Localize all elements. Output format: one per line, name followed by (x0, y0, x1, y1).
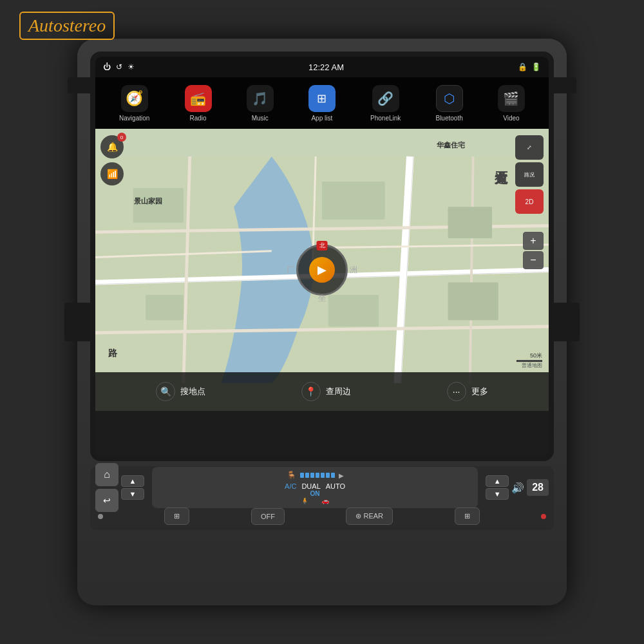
nav-down-btn[interactable]: ▼ (121, 488, 144, 500)
nav-up-btn[interactable]: ▲ (121, 475, 144, 487)
zoom-controls: + − (523, 232, 544, 269)
nearby-btn[interactable]: 📍 查周边 (301, 382, 351, 401)
bar-seg-1 (300, 473, 304, 478)
bar-seg-4 (316, 473, 319, 478)
status-time: 12:22 AM (135, 62, 518, 72)
app-bar: 🧭 Navigation 📻 Radio 🎵 M (95, 77, 549, 129)
auto-label: AUTO (326, 482, 345, 490)
dot-right (541, 514, 546, 519)
scale-text: 50米 (530, 352, 542, 360)
home-btn[interactable]: ⌂ (95, 463, 118, 486)
bar-seg-2 (305, 473, 309, 478)
map-left-controls: 🔔 0 📶 (100, 135, 124, 185)
2d-label: 2D (526, 198, 534, 205)
nearby-label: 查周边 (326, 386, 351, 397)
fullscreen-btn[interactable]: ⤢ (515, 135, 544, 160)
svg-rect-13 (328, 295, 379, 327)
rear-btn[interactable]: ⊛ REAR (346, 507, 393, 525)
nav-label: Navigation (119, 115, 149, 122)
ac-arrow: ▶ (339, 472, 344, 479)
off-btn[interactable]: OFF (251, 508, 285, 525)
zoom-in-btn[interactable]: + (523, 232, 544, 250)
phonelink-label: PhoneLink (370, 115, 401, 122)
svg-rect-16 (448, 283, 498, 321)
app-music[interactable]: 🎵 Music (247, 85, 274, 122)
app-applist[interactable]: ⊞ App list (308, 85, 336, 122)
person-icon: 🧍 (301, 497, 308, 504)
svg-rect-15 (448, 207, 492, 238)
bracket-top-right (544, 77, 576, 93)
more-btn[interactable]: ··· 更多 (447, 382, 488, 401)
brightness-icon: ☀ (128, 62, 135, 71)
2d-btn[interactable]: 2D (515, 189, 544, 214)
volume-icon: 🔊 (511, 482, 524, 494)
dot-left (98, 514, 103, 519)
compass-north: 北 (317, 241, 328, 251)
more-icon: ··· (447, 382, 466, 401)
traffic-btn[interactable]: 路况 (515, 162, 544, 187)
volume-display: 🔊 28 (511, 479, 549, 496)
compass-right: 洲 (350, 265, 357, 276)
compass-left: 厂 (287, 265, 294, 276)
lock-icon: 🔒 (518, 62, 527, 71)
tune-down-btn[interactable]: ▼ (486, 488, 509, 500)
brand-watermark: Autostereo (19, 12, 115, 40)
app-navigation[interactable]: 🧭 Navigation (119, 85, 149, 122)
more-label: 更多 (471, 386, 488, 397)
seat-heat-icon: 🪑 (287, 471, 296, 480)
app-radio[interactable]: 📻 Radio (185, 85, 212, 122)
svg-rect-12 (322, 182, 385, 220)
battery-icon: 🔋 (531, 62, 541, 71)
map-label-road: 路 (108, 348, 117, 359)
map-label-huaxin: 华鑫住宅 (437, 140, 465, 150)
radio-label: Radio (189, 115, 206, 122)
svg-rect-14 (146, 295, 184, 320)
search-place-label: 搜地点 (180, 386, 205, 397)
compass-ring: 北 厂 洲 坐 ▶ (296, 244, 348, 296)
ac-top: 🪑 ▶ (287, 471, 344, 480)
bluetooth-label: Bluetooth (435, 115, 462, 122)
undo-icon: ↺ (116, 62, 122, 71)
bar-seg-3 (310, 473, 314, 478)
back-btn[interactable]: ↩ (95, 489, 118, 512)
controls-row1: ⌂ ↩ ▲ ▼ 🪑 (95, 471, 549, 504)
video-label: Video (503, 115, 519, 122)
bar-seg-7 (331, 473, 335, 478)
power-icon: ⏻ (103, 62, 111, 71)
bar-seg-5 (321, 473, 325, 478)
car-unit: ⏻ ↺ ☀ 12:22 AM 🔒 🔋 🧭 (77, 39, 567, 605)
app-video[interactable]: 🎬 Video (498, 85, 525, 122)
status-left-icons: ⏻ ↺ ☀ (103, 62, 135, 71)
bottom-row: ⊞ OFF ⊛ REAR ⊞ (95, 507, 549, 525)
nav-compass[interactable]: 北 厂 洲 坐 ▶ (296, 244, 348, 296)
traffic-label: 路况 (524, 171, 535, 178)
applist-label: App list (311, 115, 332, 122)
app-phonelink[interactable]: 🔗 PhoneLink (370, 85, 401, 122)
on-label: ON (310, 490, 320, 497)
compass-play-btn[interactable]: ▶ (309, 257, 335, 283)
sound-btn[interactable]: 🔔 0 (100, 135, 124, 158)
grid-btn-right[interactable]: ⊞ (455, 507, 480, 525)
screen-frame: ⏻ ↺ ☀ 12:22 AM 🔒 🔋 🧭 (90, 52, 554, 461)
wifi-btn[interactable]: 📶 (100, 162, 124, 185)
ac-label: A/C (285, 482, 296, 490)
ac-controls: 🪑 ▶ A/C DU (152, 467, 478, 508)
search-place-btn[interactable]: 🔍 搜地点 (156, 382, 205, 401)
ac-bottom: 🧍 🚗 (301, 497, 329, 504)
ac-fan-bar (300, 473, 335, 478)
status-bar: ⏻ ↺ ☀ 12:22 AM 🔒 🔋 (95, 57, 549, 77)
screen: ⏻ ↺ ☀ 12:22 AM 🔒 🔋 🧭 (95, 57, 549, 456)
zoom-out-btn[interactable]: − (523, 251, 544, 269)
map-area[interactable]: 🔔 0 📶 ⤢ 路况 2D (95, 129, 549, 411)
app-bluetooth[interactable]: ⬡ Bluetooth (435, 85, 462, 122)
grid-btn-left[interactable]: ⊞ (164, 507, 189, 525)
tune-up-btn[interactable]: ▲ (486, 475, 509, 487)
controls-panel: ⌂ ↩ ▲ ▼ 🪑 (90, 466, 554, 530)
map-right-controls: ⤢ 路况 2D (515, 135, 544, 214)
dual-label: DUAL (301, 482, 320, 490)
map-label-jingshan: 景山家园 (134, 196, 162, 206)
search-place-icon: 🔍 (156, 382, 175, 401)
bracket-left (64, 303, 90, 341)
status-right-icons: 🔒 🔋 (518, 62, 541, 71)
compass-bottom: 坐 (318, 293, 326, 304)
